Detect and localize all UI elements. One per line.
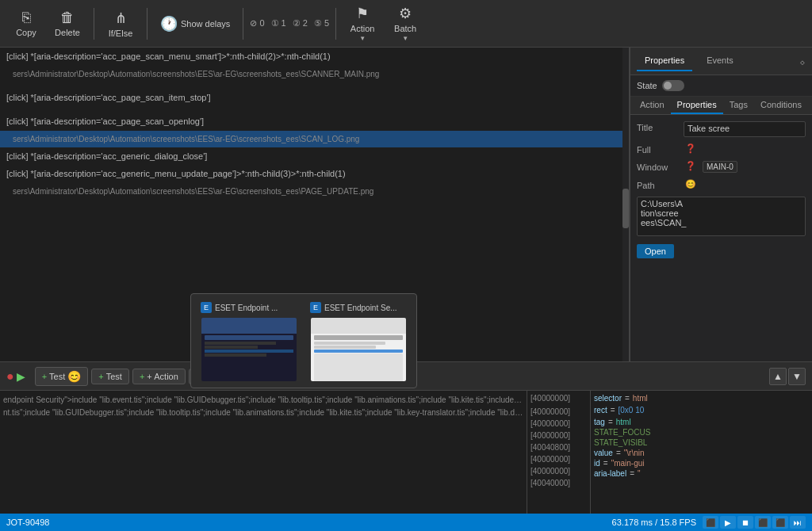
prop-path-value-row: C:\Users\Ation\screeees\SCAN_ [637,197,806,236]
taskbar-thumb-2[interactable]: E ESET Endpoint Se... [307,300,410,381]
tab-events[interactable]: Events [699,51,741,71]
status-btn-4[interactable]: ⬛ [755,516,771,529]
status-bar: JOT-90498 63.178 ms / 15.8 FPS ⬛ ▶ ⏹ ⬛ ⬛… [0,514,812,531]
script-line-4[interactable]: [click] *[aria-description='acc_generic_… [0,147,629,166]
script-path-2[interactable]: sers\Administrator\Desktop\Automation\sc… [0,131,629,147]
debug-sep-3: = [608,418,613,426]
script-line-2[interactable]: [click] *[aria-description='acc_page_sca… [0,89,629,107]
debug-num-5: [40040800] [527,441,590,453]
open-button[interactable]: Open [637,244,674,258]
props-state-row: State [630,75,812,97]
debug-num-7: [40000000] [527,465,590,477]
plus-icon-3: + [140,372,144,381]
taskbar-thumb-1[interactable]: E ESET Endpoint ... [197,300,301,381]
debug-sep-4: = [616,449,621,457]
debug-right-panel: selector = html rect = [0x0 10 tag = htm… [590,391,812,531]
status-btn-2[interactable]: ▶ [720,516,736,529]
filter-icon[interactable]: ⬦ [799,55,806,67]
thumb-light-row-1 [314,342,385,345]
script-line-3[interactable]: [click] *[aria-description='acc_page_sca… [0,113,629,131]
debug-tag-key: tag [594,418,605,426]
toolbar-sep-1 [94,8,94,40]
record-button[interactable]: ● ▶ [6,369,25,384]
action-button[interactable]: + + Action [132,369,186,384]
thumb-light-content [314,353,403,381]
debug-tag-row: tag = html [594,418,809,426]
test-label-1: Test [49,372,65,381]
delete-button[interactable]: 🗑 Delete [48,6,87,40]
status-btn-6[interactable]: ⏭ [790,516,806,529]
copy-button[interactable]: ⎘ Copy [6,6,46,40]
debug-tag-val: html [616,418,631,426]
debug-selector-key: selector [594,394,622,403]
record-icon: ● [6,369,14,384]
path-value: C:\Users\Ation\screeees\SCAN_ [637,197,806,236]
debug-state-visible: STATE_VISIBL [594,438,809,447]
action-tab-action[interactable]: Action [634,97,671,114]
ifelse-button[interactable]: ⋔ If/Else [101,6,140,41]
debug-rect-key: rect [594,406,607,414]
script-path-3[interactable]: sers\Administrator\Desktop\Automation\sc… [0,183,629,200]
tab-properties[interactable]: Properties [637,51,692,71]
script-line-5[interactable]: [click] *[aria-description='acc_generic_… [0,165,629,183]
nav-down-button[interactable]: ▼ [788,368,806,385]
prop-path-row: Path 😊 [637,179,806,190]
script-spacer-1 [0,82,629,89]
debug-state-visible-val: STATE_VISIBL [594,438,647,447]
test-button-1[interactable]: + Test 😊 [35,367,89,386]
flag-icon: ⚑ [356,5,369,22]
test-button-2[interactable]: + Test [91,369,129,384]
debug-value-row: value = "\r\nin [594,449,809,457]
path-label: Path [637,179,680,190]
action-tab-conditions[interactable]: Conditions [754,97,808,114]
debug-id-row: id = "main-gui [594,459,809,468]
debug-sep-6: = [630,469,634,478]
thumb-icon-2: E [310,302,321,313]
properties-panel: Properties Events ⬦ State Action Propert… [630,48,812,361]
toolbar-action-group: ⚑ Action ▼ [343,2,382,45]
test-label-2: Test [106,372,122,381]
thumb-row-3 [205,353,266,357]
status-icon-buttons: ⬛ ▶ ⏹ ⬛ ⬛ ⏭ [703,516,806,529]
action-tab-properties[interactable]: Properties [671,97,723,114]
batch-dropdown-button[interactable]: ⚙ Batch ▼ [385,2,425,45]
thumb-preview-2 [311,318,406,381]
counter-1: ① 1 [271,18,286,29]
toolbar-sep-3 [243,8,243,40]
props-header: Properties Events ⬦ [630,48,812,75]
debug-state-focus: STATE_FOCUS [594,428,809,437]
thumb-row-2 [205,346,258,349]
state-toggle[interactable] [662,80,684,91]
thumb-selected-row [205,350,293,353]
debug-id-val: "main-gui [611,459,645,468]
action-dropdown-arrow: ▼ [359,35,366,42]
props-main-tabs: Properties Events [637,51,741,71]
thumb-preview-1 [201,318,297,381]
debug-line-1: endpoint Security">include "lib.event.ti… [3,394,523,407]
toolbar-copy-group: ⎘ Copy 🗑 Delete [6,6,87,40]
status-btn-3[interactable]: ⏹ [737,516,753,529]
status-btn-1[interactable]: ⬛ [703,516,718,529]
thumb-light-selected [314,350,403,353]
action-tab-tags[interactable]: Tags [723,97,754,114]
full-help-icon[interactable]: ❓ [685,143,696,154]
debug-aria-key: aria-label [594,469,626,478]
thumb-header-1: E ESET Endpoint ... [197,300,301,315]
toolbar-sep-4 [335,8,336,40]
nav-up-button[interactable]: ▲ [769,368,787,385]
status-btn-5[interactable]: ⬛ [772,516,788,529]
script-line-1[interactable]: [click] *[aria-description='acc_page_sca… [0,48,629,66]
action-dropdown-button[interactable]: ⚑ Action ▼ [343,2,382,45]
window-help-icon[interactable]: ❓ [685,161,696,171]
toolbar-sep-2 [147,8,147,40]
action-tabs: Action Properties Tags Conditions [630,97,812,115]
toolbar-delays-group: 🕐 Show delays [154,12,236,36]
scroll-thumb[interactable] [622,189,629,228]
counter-0: ⊘ 0 [250,18,264,29]
debug-value-key: value [594,449,613,457]
title-label: Title [637,121,680,132]
script-path-1[interactable]: sers\Administrator\Desktop\Automation\sc… [0,66,629,82]
thumb-bar-2 [314,335,403,340]
thumb-header-2: E ESET Endpoint Se... [307,300,410,315]
show-delays-button[interactable]: 🕐 Show delays [154,12,236,36]
